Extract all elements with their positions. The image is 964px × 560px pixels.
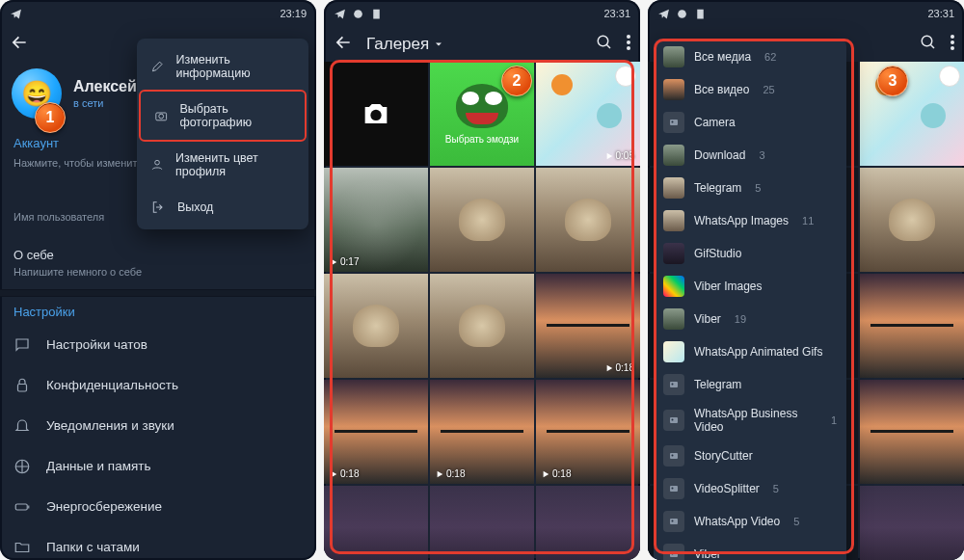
album-item[interactable]: Viber19 [654,303,846,335]
thumb[interactable] [324,486,428,560]
chat-icon [13,336,31,354]
svg-rect-0 [18,384,27,391]
thumb[interactable] [430,168,534,272]
profile-menu: Изменить информацию Выбрать фотографию И… [137,39,308,229]
thumb[interactable]: 0:17 [324,168,428,272]
album-item[interactable]: WhatsApp Animated Gifs [654,335,846,368]
thumb[interactable] [536,168,640,272]
thumb[interactable] [536,486,640,560]
album-item[interactable]: WhatsApp Video5 [654,505,846,538]
album-name: WhatsApp Images [694,214,789,227]
thumb[interactable]: 0:18 [536,274,640,378]
svg-point-30 [672,520,674,522]
svg-rect-27 [670,486,678,492]
about-label[interactable]: О себе [0,236,316,264]
album-item[interactable]: Все медиа62 [654,40,846,73]
camera-tile[interactable] [324,62,428,166]
menu-choose-photo[interactable]: Выбрать фотографию [139,90,307,142]
album-thumb [663,276,684,297]
album-item[interactable]: WhatsApp Images11 [654,204,846,237]
album-item[interactable]: Telegram [654,368,846,401]
svg-point-6 [159,114,164,119]
settings-privacy[interactable]: Конфиденциальность [0,365,316,406]
settings-folders[interactable]: Папки с чатами [0,527,316,560]
more-icon[interactable] [627,35,630,54]
svg-point-12 [627,46,630,50]
album-count: 62 [764,51,776,63]
album-count: 11 [802,215,814,227]
svg-point-10 [627,35,630,39]
search-icon[interactable] [596,34,613,55]
album-name: Download [694,148,745,162]
album-thumb [663,478,684,499]
settings-notifications[interactable]: Уведомления и звуки [0,406,316,446]
chevron-down-icon[interactable] [433,39,444,50]
more-icon[interactable] [951,35,954,54]
album-thumb [663,544,684,560]
svg-rect-29 [670,519,678,524]
album-name: Viber [694,312,721,326]
album-thumb [663,308,684,330]
svg-point-18 [951,46,954,50]
status-bar: 23:31 [648,0,964,24]
clock: 23:31 [603,8,630,19]
svg-rect-23 [670,417,678,423]
camera-add-icon [154,108,168,123]
settings-power[interactable]: Энергосбережение [0,487,316,527]
album-name: Camera [694,116,736,129]
data-icon [13,458,31,475]
status-icon [352,8,364,20]
album-count: 19 [735,313,746,325]
menu-edit-info[interactable]: Изменить информацию [137,42,308,91]
back-icon[interactable] [334,33,353,56]
album-item[interactable]: StoryCutter [654,440,846,472]
thumb[interactable]: 0:05 [536,62,640,166]
pencil-icon [150,59,164,74]
lock-icon [13,377,31,394]
settings-chats[interactable]: Настройки чатов [0,325,316,365]
thumb[interactable]: 0:18 [430,380,534,484]
album-thumb [663,145,684,166]
album-list: Все медиа62Все видео25CameraDownload3Tel… [654,39,846,560]
album-name: Viber [694,547,721,560]
album-item[interactable]: GifStudio [654,237,846,270]
album-name: WhatsApp Video [694,515,780,528]
album-item[interactable]: Viber Images [654,270,846,303]
album-name: GifStudio [694,247,741,260]
album-item[interactable]: Viber [654,538,846,560]
album-thumb [663,341,684,362]
album-item[interactable]: Camera [654,106,846,139]
settings-section: Настройки [0,297,316,325]
album-name: VideoSplitter [694,482,760,495]
svg-point-7 [155,160,160,165]
album-item[interactable]: VideoSplitter5 [654,472,846,505]
album-count: 5 [755,182,761,194]
back-icon[interactable] [10,33,29,56]
album-name: Viber Images [694,280,762,293]
thumb[interactable] [430,486,534,560]
album-item[interactable]: WhatsApp Business Video1 [654,401,846,440]
svg-point-32 [672,553,674,555]
album-name: Telegram [694,378,741,391]
thumb[interactable]: 0:18 [536,380,640,484]
album-item[interactable]: Telegram5 [654,172,846,204]
gallery-title[interactable]: Галерея [366,35,429,54]
menu-change-color[interactable]: Изменить цвет профиля [137,141,308,189]
thumb[interactable] [430,274,534,378]
svg-point-28 [672,488,674,490]
settings-data[interactable]: Данные и память [0,446,316,487]
album-item[interactable]: Все видео25 [654,73,846,106]
svg-point-15 [922,36,932,46]
clock: 23:19 [280,8,307,19]
album-thumb [663,112,684,133]
search-icon[interactable] [920,34,937,55]
thumb[interactable]: 0:18 [324,380,428,484]
menu-logout[interactable]: Выход [137,189,308,226]
album-name: Все медиа [694,50,751,64]
thumb[interactable] [324,274,428,378]
svg-point-16 [951,35,954,39]
album-item[interactable]: Download3 [654,139,846,172]
clock: 23:31 [927,8,954,19]
svg-point-24 [672,419,674,421]
step-badge-3: 3 [877,66,908,96]
